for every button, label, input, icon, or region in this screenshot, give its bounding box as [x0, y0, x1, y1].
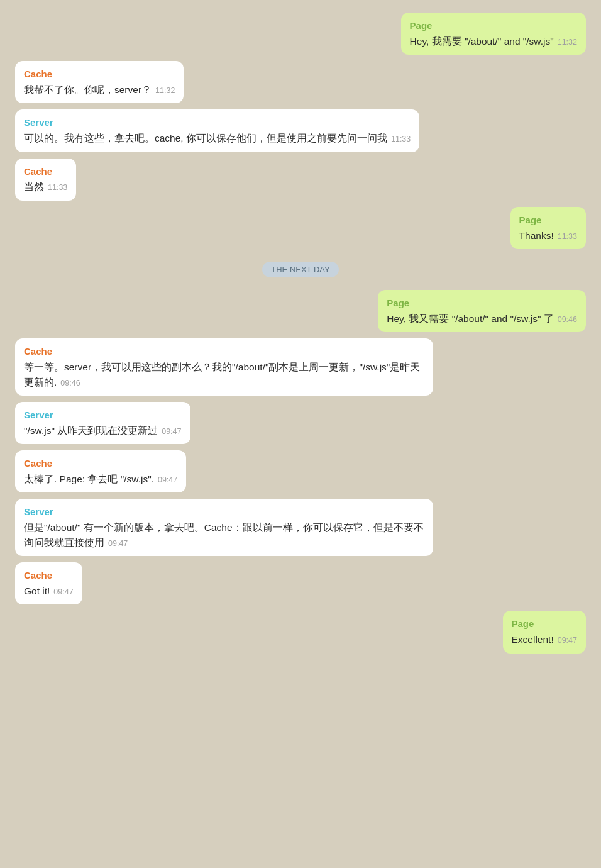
message-body: Hey, 我又需要 "/about/" and "/sw.js" 了09:46: [387, 311, 577, 326]
message-timestamp: 09:47: [53, 587, 73, 596]
sender-name: Page: [387, 296, 577, 310]
message-body: Got it!09:47: [24, 584, 74, 598]
chat-bubble-msg8: Server"/sw.js" 从昨天到现在没更新过09:47: [15, 402, 190, 444]
sender-name: Cache: [24, 569, 74, 582]
message-text: 太棒了. Page: 拿去吧 "/sw.js".: [24, 474, 154, 484]
chat-bubble-msg12: PageExcellent!09:47: [503, 611, 586, 653]
chat-bubble-msg11: CacheGot it!09:47: [15, 562, 82, 604]
message-timestamp: 09:46: [60, 379, 80, 387]
message-text: Hey, 我又需要 "/about/" and "/sw.js" 了: [387, 313, 553, 324]
chat-bubble-msg4: Cache当然11:33: [15, 159, 76, 201]
message-timestamp: 11:32: [558, 38, 577, 47]
sender-name: Page: [410, 19, 577, 33]
message-timestamp: 09:46: [558, 315, 577, 324]
message-timestamp: 09:47: [158, 476, 177, 484]
message-timestamp: 11:33: [391, 135, 411, 143]
sender-name: Page: [519, 213, 577, 227]
message-text: 等一等。server，我可以用这些的副本么？我的"/about/"副本是上周一更…: [24, 362, 420, 387]
chat-bubble-msg5: PageThanks!11:33: [510, 207, 586, 249]
chat-bubble-msg1: PageHey, 我需要 "/about/" and "/sw.js"11:32: [401, 13, 586, 55]
sender-name: Server: [24, 505, 424, 519]
message-body: Thanks!11:33: [519, 228, 577, 243]
chat-bubble-msg6: PageHey, 我又需要 "/about/" and "/sw.js" 了09…: [378, 290, 586, 332]
message-body: 可以的。我有这些，拿去吧。cache, 你可以保存他们，但是使用之前要先问一问我…: [24, 131, 411, 145]
chat-bubble-msg10: Server但是"/about/" 有一个新的版本，拿去吧。Cache：跟以前一…: [15, 499, 433, 556]
chat-bubble-msg7: Cache等一等。server，我可以用这些的副本么？我的"/about/"副本…: [15, 338, 433, 396]
chat-bubble-msg3: Server可以的。我有这些，拿去吧。cache, 你可以保存他们，但是使用之前…: [15, 109, 419, 152]
message-timestamp: 11:33: [558, 232, 577, 241]
sender-name: Server: [24, 116, 411, 130]
sender-name: Server: [24, 408, 182, 422]
message-timestamp: 11:33: [48, 183, 67, 192]
message-body: Hey, 我需要 "/about/" and "/sw.js"11:32: [410, 34, 577, 48]
message-timestamp: 09:47: [162, 427, 181, 436]
sender-name: Cache: [24, 67, 175, 81]
sender-name: Page: [512, 617, 577, 631]
sender-name: Cache: [24, 345, 424, 359]
chat-bubble-msg2: Cache我帮不了你。你呢，server？11:32: [15, 61, 184, 103]
message-text: Thanks!: [519, 230, 554, 241]
message-body: 我帮不了你。你呢，server？11:32: [24, 82, 175, 97]
chat-container: PageHey, 我需要 "/about/" and "/sw.js"11:32…: [10, 13, 591, 654]
message-body: 等一等。server，我可以用这些的副本么？我的"/about/"副本是上周一更…: [24, 360, 424, 389]
message-text: Excellent!: [512, 634, 554, 645]
message-timestamp: 11:32: [155, 86, 175, 95]
message-body: 太棒了. Page: 拿去吧 "/sw.js".09:47: [24, 472, 177, 486]
chat-bubble-msg9: Cache太棒了. Page: 拿去吧 "/sw.js".09:47: [15, 450, 186, 492]
sender-name: Cache: [24, 457, 177, 470]
day-divider: THE NEXT DAY: [262, 262, 338, 277]
message-text: 我帮不了你。你呢，server？: [24, 84, 152, 95]
message-text: 当然: [24, 181, 44, 192]
sender-name: Cache: [24, 165, 67, 179]
message-body: "/sw.js" 从昨天到现在没更新过09:47: [24, 423, 182, 438]
message-text: Hey, 我需要 "/about/" and "/sw.js": [410, 36, 554, 47]
message-text: "/sw.js" 从昨天到现在没更新过: [24, 425, 158, 436]
message-body: 但是"/about/" 有一个新的版本，拿去吧。Cache：跟以前一样，你可以保…: [24, 520, 424, 550]
message-text: 但是"/about/" 有一个新的版本，拿去吧。Cache：跟以前一样，你可以保…: [24, 522, 424, 547]
message-timestamp: 09:47: [558, 636, 577, 645]
message-text: 可以的。我有这些，拿去吧。cache, 你可以保存他们，但是使用之前要先问一问我: [24, 133, 387, 143]
message-body: 当然11:33: [24, 179, 67, 194]
message-body: Excellent!09:47: [512, 632, 577, 647]
message-timestamp: 09:47: [108, 539, 128, 548]
message-text: Got it!: [24, 586, 50, 596]
